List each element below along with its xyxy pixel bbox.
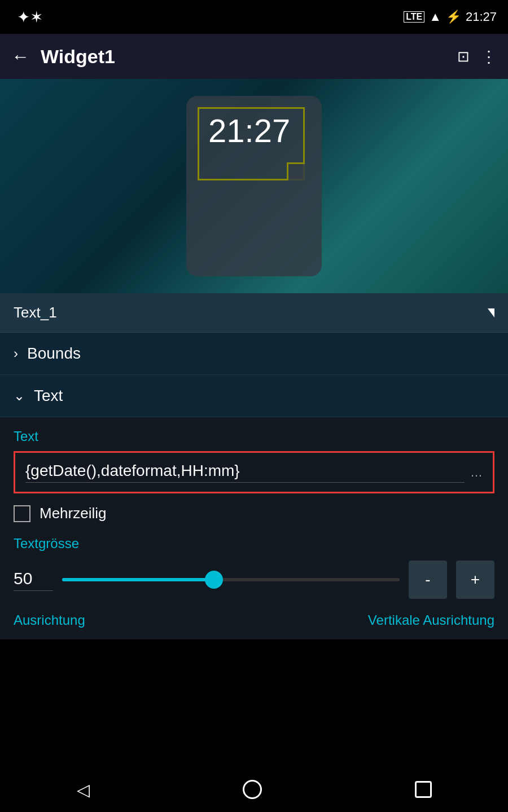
decrease-button[interactable]: -	[409, 561, 447, 599]
clock-display: 21:27	[198, 107, 305, 180]
increase-button[interactable]: +	[456, 561, 494, 599]
text-input-value[interactable]: {getDate(),dateformat,HH:mm}	[25, 462, 465, 483]
properties-panel: Text_1 › Bounds ⌄ Text Text {getDate(),d…	[0, 293, 508, 639]
nav-home-icon	[243, 780, 262, 799]
textgrosse-label: Textgrösse	[14, 536, 494, 551]
nav-recents-button[interactable]	[415, 781, 432, 798]
size-slider-row: 50 - +	[14, 561, 494, 599]
nav-home-button[interactable]	[243, 780, 262, 799]
status-bar-right: LTE ▲ ⚡ 21:27	[404, 10, 497, 24]
size-slider-track[interactable]	[62, 578, 400, 581]
mehrzeilig-row: Mehrzeilig	[14, 505, 494, 522]
app-bar-actions: ⊡ ⋮	[457, 47, 497, 66]
text1-title: Text_1	[14, 304, 57, 321]
bounds-label: Bounds	[27, 345, 81, 363]
back-button[interactable]: ←	[11, 46, 29, 67]
page-title: Widget1	[41, 46, 446, 68]
collapse-triangle-icon	[488, 308, 494, 317]
lte-badge: LTE	[404, 11, 424, 23]
widget-preview-card: 21:27	[186, 96, 322, 276]
nav-back-icon: ◁	[77, 780, 90, 800]
text-input-container[interactable]: {getDate(),dateformat,HH:mm} …	[14, 451, 494, 493]
mehrzeilig-label: Mehrzeilig	[40, 505, 107, 522]
nav-back-button[interactable]: ◁	[77, 780, 90, 800]
slider-fill	[62, 578, 214, 581]
status-bar: ✦✶ LTE ▲ ⚡ 21:27	[0, 0, 508, 34]
mehrzeilig-checkbox[interactable]	[14, 505, 30, 522]
magic-icon: ✦✶	[17, 8, 43, 27]
app-bar: ← Widget1 ⊡ ⋮	[0, 34, 508, 79]
clock-corner-decoration	[287, 162, 305, 180]
slider-thumb[interactable]	[205, 571, 223, 589]
text-content-section: Text {getDate(),dateformat,HH:mm} … Mehr…	[0, 417, 508, 639]
text-row-label: Text	[34, 387, 63, 405]
text-chevron-down-icon: ⌄	[14, 388, 25, 404]
alignment-labels-row: Ausrichtung Vertikale Ausrichtung	[14, 612, 494, 628]
clock-status: 21:27	[466, 10, 497, 24]
status-bar-left: ✦✶	[17, 8, 43, 27]
text-row[interactable]: ⌄ Text	[0, 375, 508, 417]
text1-section-header[interactable]: Text_1	[0, 293, 508, 333]
battery-icon: ⚡	[446, 10, 461, 24]
vertikale-ausrichtung-label[interactable]: Vertikale Ausrichtung	[368, 612, 494, 628]
size-value: 50	[14, 569, 53, 591]
more-menu-button[interactable]: ⋮	[481, 47, 497, 66]
ausrichtung-label[interactable]: Ausrichtung	[14, 612, 85, 628]
add-widget-icon[interactable]: ⊡	[457, 48, 470, 65]
bounds-chevron-right-icon: ›	[14, 346, 18, 361]
text-field-label: Text	[14, 429, 494, 444]
clock-time-display: 21:27	[208, 112, 290, 149]
nav-recents-icon	[415, 781, 432, 798]
ellipsis-button[interactable]: …	[470, 465, 483, 480]
signal-icon: ▲	[429, 10, 441, 24]
widget-preview-area: 21:27	[0, 79, 508, 293]
navigation-bar: ◁	[0, 767, 508, 812]
bounds-row[interactable]: › Bounds	[0, 333, 508, 375]
